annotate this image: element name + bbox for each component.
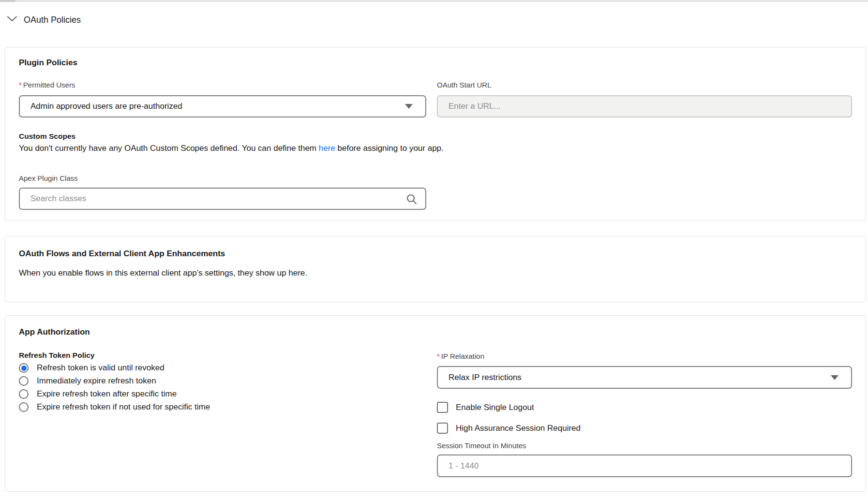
dropdown-caret-icon (405, 104, 413, 109)
radio-button-icon[interactable] (19, 402, 29, 412)
checkbox-icon[interactable] (437, 402, 448, 413)
app-authorization-card: App Authorization Refresh Token Policy R… (5, 315, 866, 492)
custom-scopes-text: You don't currently have any OAuth Custo… (19, 144, 444, 153)
session-timeout-input[interactable] (437, 454, 852, 477)
custom-scopes-heading: Custom Scopes (19, 132, 75, 141)
oauth-flows-card: OAuth Flows and External Client App Enha… (5, 236, 866, 302)
oauth-policies-page: OAuth Policies Plugin Policies * Permitt… (0, 0, 868, 498)
permitted-users-value: Admin approved users are pre-authorized (30, 102, 182, 111)
plugin-policies-card: Plugin Policies * Permitted Users Admin … (5, 47, 866, 221)
radio-immediately-expire[interactable]: Immediately expire refresh token (19, 376, 210, 386)
required-asterisk: * (19, 81, 22, 89)
chevron-down-icon[interactable] (7, 15, 17, 24)
top-divider (0, 0, 868, 2)
section-title: OAuth Policies (24, 15, 81, 25)
plugin-policies-heading: Plugin Policies (19, 58, 77, 68)
radio-button-icon[interactable] (19, 389, 29, 399)
ip-relaxation-label: * IP Relaxation (437, 352, 484, 360)
high-assurance-session-checkbox-row[interactable]: High Assurance Session Required (437, 423, 581, 434)
checkbox-icon[interactable] (437, 423, 448, 434)
oauth-start-url-input[interactable] (437, 95, 852, 117)
radio-refresh-token-valid-until-revoked[interactable]: Refresh token is valid until revoked (19, 363, 210, 373)
permitted-users-label: * Permitted Users (19, 81, 75, 89)
ip-relaxation-select[interactable]: Relax IP restrictions (437, 366, 852, 389)
custom-scopes-here-link[interactable]: here (319, 144, 335, 153)
radio-expire-after-specific-time[interactable]: Expire refresh token after specific time (19, 389, 210, 399)
permitted-users-select[interactable]: Admin approved users are pre-authorized (19, 95, 426, 117)
app-authorization-heading: App Authorization (19, 327, 90, 337)
oauth-start-url-label: OAuth Start URL (437, 81, 492, 89)
radio-button-icon[interactable] (19, 363, 29, 373)
required-asterisk: * (437, 352, 440, 360)
radio-expire-if-not-used[interactable]: Expire refresh token if not used for spe… (19, 402, 210, 412)
refresh-token-policy-radio-group: Refresh token is valid until revoked Imm… (19, 363, 210, 412)
custom-scopes-text-after: before assigning to your app. (335, 144, 444, 153)
oauth-flows-description: When you enable flows in this external c… (19, 268, 307, 278)
radio-button-icon[interactable] (19, 376, 29, 386)
refresh-token-policy-label: Refresh Token Policy (19, 351, 94, 360)
oauth-flows-heading: OAuth Flows and External Client App Enha… (19, 249, 225, 259)
oauth-policies-section-toggle[interactable]: OAuth Policies (7, 13, 81, 27)
apex-plugin-class-label: Apex Plugin Class (19, 174, 78, 182)
custom-scopes-text-before: You don't currently have any OAuth Custo… (19, 144, 319, 153)
apex-plugin-class-search-input[interactable] (19, 188, 426, 210)
dropdown-caret-icon (831, 375, 838, 380)
enable-single-logout-checkbox-row[interactable]: Enable Single Logout (437, 402, 534, 413)
session-timeout-label: Session Timeout In Minutes (437, 441, 526, 450)
ip-relaxation-value: Relax IP restrictions (449, 373, 522, 382)
